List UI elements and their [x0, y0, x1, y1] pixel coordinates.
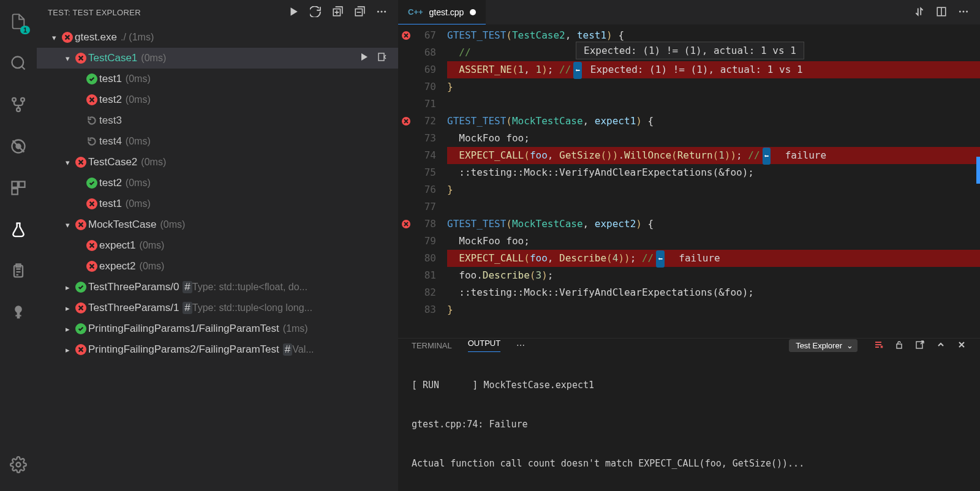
- fail-icon: [60, 32, 75, 43]
- editor-tab-gtest[interactable]: C++ gtest.cpp: [398, 0, 486, 24]
- run-icon[interactable]: [359, 52, 369, 65]
- svg-point-14: [380, 10, 382, 12]
- tree-item-pf1[interactable]: ▸ PrintingFailingParams1/FailingParamTes…: [37, 318, 398, 339]
- explorer-icon[interactable]: 1: [3, 6, 34, 37]
- tasks-icon[interactable]: [3, 256, 34, 287]
- tree-hint: Val...: [292, 344, 314, 355]
- tree-label: TestCase2: [88, 156, 137, 168]
- tree-label: expect1: [99, 239, 136, 252]
- output-channel-select[interactable]: Test Explorer: [789, 339, 858, 352]
- tree-item-mock-expect2[interactable]: expect2 (0ms): [37, 256, 398, 277]
- tree-item-gtest-exe[interactable]: ▾ gtest.exe ./ (1ms): [37, 27, 398, 48]
- chevron-up-icon[interactable]: [936, 340, 946, 351]
- tree-item-mock-expect1[interactable]: expect1 (0ms): [37, 235, 398, 256]
- bottom-panel: TERMINAL OUTPUT ⋯ Test Explorer [ RUN ] …: [398, 338, 980, 491]
- tree-item-tp0[interactable]: ▸ TestThreeParams/0 # Type: std::tuple<f…: [37, 277, 398, 298]
- tree-hint: (0ms): [126, 94, 151, 105]
- svg-point-3: [17, 108, 20, 111]
- output-line: Actual function call count doesn't match…: [412, 455, 967, 472]
- activity-bar: 1: [0, 0, 37, 491]
- type-tag-icon: #: [183, 302, 192, 314]
- tree-item-testcase1[interactable]: ▾ TestCase1 (0ms): [37, 48, 398, 69]
- chevron-right-icon: ▸: [66, 324, 70, 334]
- editor-gutter: [398, 24, 414, 338]
- goto-icon[interactable]: [377, 52, 387, 65]
- test-explorer-sidebar: TEST: TEST EXPLORER ▾ gtest.exe ./ (1ms)…: [37, 0, 398, 491]
- compare-icon[interactable]: [914, 6, 925, 19]
- source-control-icon[interactable]: [3, 89, 34, 120]
- svg-point-33: [963, 10, 965, 12]
- tree-icon[interactable]: [3, 298, 34, 328]
- fail-icon: [85, 198, 99, 209]
- svg-point-10: [17, 463, 21, 467]
- tree-label: expect2: [99, 260, 136, 272]
- tree-item-tc1-test1[interactable]: test1 (0ms): [37, 69, 398, 89]
- refresh-icon[interactable]: [310, 6, 321, 19]
- svg-rect-38: [897, 344, 902, 348]
- svg-point-2: [21, 98, 24, 102]
- tree-item-tc2-test1[interactable]: test1 (0ms): [37, 193, 398, 214]
- fail-icon: [401, 116, 411, 126]
- tree-item-testcase2[interactable]: ▾ TestCase2 (0ms): [37, 152, 398, 173]
- tree-item-tp1[interactable]: ▸ TestThreeParams/1 # Type: std::tuple<l…: [37, 298, 398, 318]
- tab-terminal[interactable]: TERMINAL: [412, 341, 452, 350]
- svg-point-0: [12, 57, 24, 69]
- tree-label: TestCase1: [88, 52, 137, 64]
- tree-hint: Type: std::tuple<long long...: [192, 302, 312, 313]
- split-editor-icon[interactable]: [936, 6, 947, 19]
- debug-icon[interactable]: [3, 131, 34, 162]
- tree-item-pf2[interactable]: ▸ PrintingFailingParams2/FailingParamTes…: [37, 339, 398, 360]
- tree-item-tc1-test3[interactable]: test3: [37, 110, 398, 131]
- skip-icon: [85, 115, 99, 126]
- hover-tooltip: Expected: (1) != (1), actual: 1 vs 1: [576, 42, 804, 59]
- cpp-file-icon: C++: [408, 7, 423, 17]
- tab-output[interactable]: OUTPUT: [468, 339, 500, 352]
- editor-body[interactable]: 67 68 69 70 71 72 73 74 75 76 77 78 79 8…: [398, 24, 980, 338]
- tree-hint: (0ms): [141, 157, 166, 168]
- svg-point-5: [17, 144, 21, 149]
- tree-item-tc1-test2[interactable]: test2 (0ms): [37, 89, 398, 110]
- tree-item-mocktestcase[interactable]: ▾ MockTestCase (0ms): [37, 214, 398, 235]
- chevron-right-icon: ▸: [66, 283, 70, 292]
- fail-icon: [74, 302, 88, 313]
- clear-output-icon[interactable]: [873, 340, 883, 351]
- code-content[interactable]: Expected: (1) != (1), actual: 1 vs 1 GTE…: [447, 24, 980, 338]
- run-all-icon[interactable]: [288, 6, 299, 19]
- tree-label: test3: [99, 114, 122, 127]
- output-body[interactable]: [ RUN ] MockTestCase.expect1 gtest.cpp:7…: [398, 352, 980, 491]
- extensions-icon[interactable]: [3, 173, 34, 203]
- inline-fail-badge: ⬅: [573, 62, 582, 79]
- svg-rect-8: [12, 189, 18, 194]
- search-icon[interactable]: [3, 48, 34, 78]
- panel-more-icon[interactable]: ⋯: [516, 340, 525, 350]
- tree-label: PrintingFailingParams2/FailingParamTest: [88, 343, 279, 356]
- settings-icon[interactable]: [3, 449, 34, 480]
- tree-item-tc1-test4[interactable]: test4 (0ms): [37, 131, 398, 152]
- tree-label: TestThreeParams/1: [88, 302, 179, 314]
- close-panel-icon[interactable]: [957, 340, 967, 351]
- tree-item-tc2-test2[interactable]: test2 (0ms): [37, 173, 398, 193]
- collapse-all-icon[interactable]: [354, 6, 365, 19]
- testing-icon[interactable]: [3, 214, 34, 245]
- svg-point-15: [384, 10, 386, 12]
- editor-more-icon[interactable]: [958, 6, 969, 19]
- svg-rect-18: [379, 53, 384, 61]
- editor-tabs: C++ gtest.cpp: [398, 0, 980, 24]
- tree-label: MockTestCase: [88, 219, 156, 231]
- expand-all-icon[interactable]: [332, 6, 343, 19]
- chevron-down-icon: ▾: [66, 54, 70, 63]
- fail-icon: [85, 240, 99, 251]
- open-file-icon[interactable]: [915, 340, 925, 351]
- svg-point-13: [377, 10, 379, 12]
- chevron-down-icon: ▾: [52, 33, 56, 42]
- lock-icon[interactable]: [894, 340, 904, 351]
- fail-icon: [85, 261, 99, 272]
- minimap-scroll-indicator[interactable]: [976, 157, 980, 184]
- output-line: gtest.cpp:74: Failure: [412, 416, 967, 433]
- dirty-indicator-icon: [470, 9, 476, 15]
- skip-icon: [85, 136, 99, 147]
- fail-icon: [85, 94, 99, 105]
- more-icon[interactable]: [376, 6, 387, 19]
- chevron-right-icon: ▸: [66, 304, 70, 313]
- tree-hint: (0ms): [126, 136, 151, 147]
